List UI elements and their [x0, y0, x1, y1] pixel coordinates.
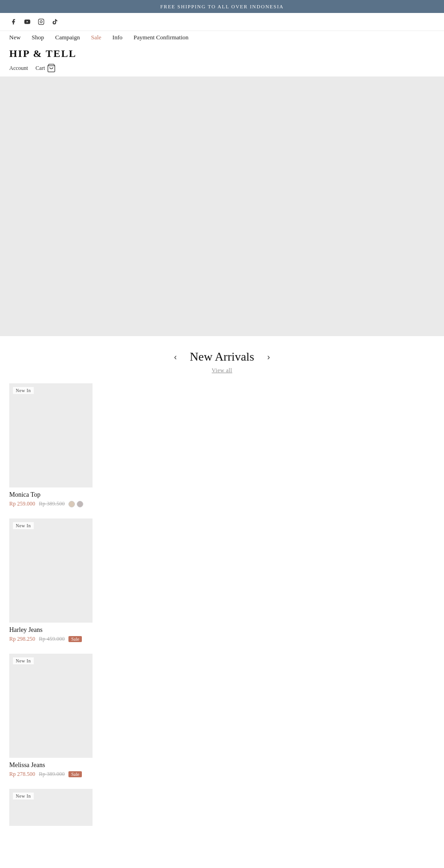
color-swatches [68, 501, 83, 507]
price-original: Rp 389.500 [39, 500, 65, 507]
next-button[interactable]: › [264, 350, 274, 364]
product-name[interactable]: Monica Top [9, 491, 435, 499]
logo-bar: HIP & TELL [0, 44, 444, 62]
sale-badge: Sale [68, 636, 82, 642]
site-logo[interactable]: HIP & TELL [9, 48, 435, 60]
nav-campaign[interactable]: Campaign [55, 34, 80, 41]
product-image-4[interactable]: New In [9, 789, 92, 826]
account-bar: Account Cart [0, 62, 444, 77]
product-name[interactable]: Harley Jeans [9, 626, 435, 634]
facebook-icon[interactable] [9, 18, 18, 26]
product-name[interactable]: Melissa Jeans [9, 762, 435, 769]
products-section: New In Monica Top Rp 259.000 Rp 389.500 … [0, 383, 444, 826]
view-all-link[interactable]: View all [212, 367, 232, 374]
instagram-icon[interactable] [37, 18, 45, 26]
account-link[interactable]: Account [9, 65, 28, 72]
new-in-badge: New In [13, 657, 34, 664]
nav-info[interactable]: Info [112, 34, 123, 41]
main-nav: New Shop Campaign Sale Info Payment Conf… [0, 31, 444, 44]
price-current: Rp 298.250 [9, 636, 35, 643]
youtube-icon[interactable] [23, 18, 31, 26]
nav-new[interactable]: New [9, 34, 21, 41]
product-image-monica-top[interactable]: New In [9, 383, 92, 487]
swatch-1[interactable] [68, 501, 75, 507]
announcement-bar: FREE SHIPPING TO ALL OVER INDONESIA [0, 0, 444, 13]
product-card: New In [9, 789, 435, 826]
hero-banner [0, 77, 444, 336]
svg-rect-0 [38, 19, 44, 25]
product-pricing: Rp 259.000 Rp 389.500 [9, 500, 435, 507]
swatch-2[interactable] [77, 501, 83, 507]
nav-payment[interactable]: Payment Confirmation [134, 34, 189, 41]
new-in-badge: New In [13, 793, 34, 799]
announcement-text: FREE SHIPPING TO ALL OVER INDONESIA [160, 4, 284, 9]
price-current: Rp 278.500 [9, 771, 35, 778]
nav-sale[interactable]: Sale [91, 34, 101, 41]
price-original: Rp 459.000 [39, 636, 65, 643]
price-current: Rp 259.000 [9, 500, 35, 507]
product-card: New In Melissa Jeans Rp 278.500 Rp 389.0… [9, 654, 435, 778]
new-arrivals-header: ‹ New Arrivals › [0, 350, 444, 364]
tiktok-icon[interactable] [51, 18, 59, 26]
nav-shop[interactable]: Shop [32, 34, 44, 41]
product-pricing: Rp 278.500 Rp 389.000 Sale [9, 771, 435, 778]
view-all-wrap: View all [0, 366, 444, 374]
product-card: New In Monica Top Rp 259.000 Rp 389.500 [9, 383, 435, 507]
cart-link[interactable]: Cart [36, 63, 56, 73]
product-image-melissa-jeans[interactable]: New In [9, 654, 92, 758]
product-pricing: Rp 298.250 Rp 459.000 Sale [9, 636, 435, 643]
new-in-badge: New In [13, 522, 34, 529]
new-in-badge: New In [13, 387, 34, 394]
sale-badge: Sale [68, 771, 82, 777]
cart-label: Cart [36, 65, 45, 72]
prev-button[interactable]: ‹ [170, 350, 180, 364]
product-image-harley-jeans[interactable]: New In [9, 518, 92, 623]
product-card: New In Harley Jeans Rp 298.250 Rp 459.00… [9, 518, 435, 643]
price-original: Rp 389.000 [39, 771, 65, 778]
social-bar [0, 13, 444, 31]
section-title: New Arrivals [190, 350, 254, 364]
cart-icon [47, 63, 56, 73]
